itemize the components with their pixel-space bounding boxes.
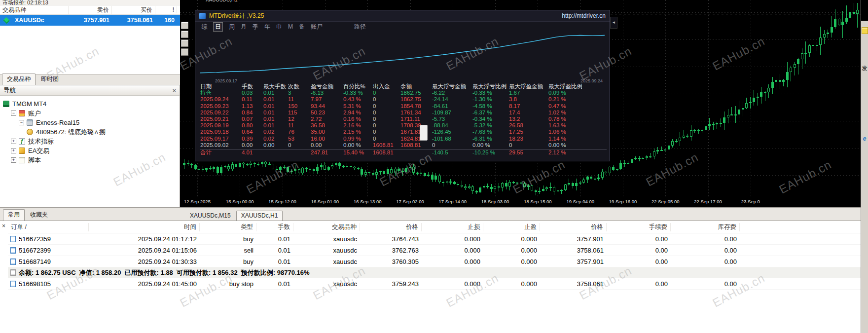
order-cell: buy stop xyxy=(200,280,256,288)
notepad-icon[interactable] xyxy=(862,27,868,34)
navigator-close-icon[interactable]: × xyxy=(172,87,176,94)
stats-menu-item[interactable]: 年 xyxy=(264,23,270,31)
order-cell: 0.00 xyxy=(671,247,740,254)
order-row[interactable]: 5166723992025.09.24 01:15:06sell0.01xauu… xyxy=(8,245,868,256)
terminal-column-header[interactable]: 类型 xyxy=(200,223,256,231)
candle-body xyxy=(350,166,352,167)
candle-body xyxy=(416,173,419,174)
terminal-column-header[interactable]: 库存费 xyxy=(671,223,740,231)
stats-menu-item[interactable]: 周 xyxy=(229,23,235,31)
chart-toolbar-button[interactable] xyxy=(181,39,188,47)
terminal-column-header[interactable]: 订单 / xyxy=(8,223,89,231)
navigator-tab[interactable]: 收藏夹 xyxy=(25,209,53,221)
scrollbar-thumb[interactable] xyxy=(420,125,428,141)
candle-body xyxy=(301,168,304,173)
navigator-item[interactable]: TMGM MT4 xyxy=(0,99,180,109)
chart-toolbar-button[interactable] xyxy=(181,48,188,56)
balance-row[interactable]: 余额: 1 862.75 USC 净值: 1 858.20 已用预付款: 1.8… xyxy=(8,267,868,278)
time-axis[interactable]: 12 Sep 202515 Sep 00:0015 Sep 12:0016 Se… xyxy=(180,199,861,207)
chart-toolbar-button[interactable] xyxy=(181,22,188,29)
candle-body xyxy=(619,163,622,169)
navigator-item[interactable]: −账户 xyxy=(0,109,180,118)
stats-menu-item[interactable]: 账尸 xyxy=(311,23,323,31)
stats-menu-item[interactable]: 巾 xyxy=(276,23,282,31)
navigator-item[interactable]: 48095672: 缇底烙璐∧搠 xyxy=(0,127,180,137)
chart-tab[interactable]: XAUUSDc,H1 xyxy=(236,211,283,221)
stats-panel-url[interactable]: http://mtdriver.cn xyxy=(562,12,606,19)
candle-body xyxy=(553,187,555,191)
candle-body xyxy=(671,141,674,146)
navigator-item-label: EA交易 xyxy=(28,147,49,155)
candle-body xyxy=(409,167,411,168)
terminal-column-header[interactable]: 止盈 xyxy=(483,223,540,231)
candle-body xyxy=(505,183,507,186)
terminal-column-header[interactable]: 止损 xyxy=(422,223,483,231)
candle-body xyxy=(438,176,441,182)
stats-menu-item[interactable]: M xyxy=(288,23,293,30)
order-row[interactable]: 5166723592025.09.24 01:17:12buy0.01xauus… xyxy=(8,233,868,245)
candle-body xyxy=(464,186,467,188)
stats-menu-item[interactable]: 月 xyxy=(241,23,247,31)
market-watch-tab[interactable]: 交易品种 xyxy=(2,74,36,85)
candle-body xyxy=(431,175,434,180)
candle-body xyxy=(483,186,485,187)
desktop-label-e[interactable]: e xyxy=(861,135,868,142)
chart-tab[interactable]: XAUUSDc,M15 xyxy=(185,211,236,221)
candle-body xyxy=(434,176,437,180)
expand-plus-icon[interactable]: + xyxy=(11,157,16,163)
terminal-column-header[interactable]: 时间 xyxy=(89,223,200,231)
navigator-item-label: 账户 xyxy=(28,109,41,118)
terminal-column-header[interactable]: 交易品种 xyxy=(293,223,360,231)
pending-order-row[interactable]: 5166981052025.09.24 01:45:00buy stop0.01… xyxy=(8,278,868,290)
order-cell: 0.00 xyxy=(671,235,740,243)
stats-cell: -101.68 xyxy=(432,136,472,142)
panel-collapse-arrow-icon[interactable]: ◄ xyxy=(610,17,617,29)
chart-toolbar-button[interactable] xyxy=(181,31,188,38)
candle-body xyxy=(542,189,544,191)
expand-plus-icon[interactable]: + xyxy=(11,139,16,144)
balance-summary-text: 余额: 1 862.75 USC 净值: 1 858.20 已用预付款: 1.8… xyxy=(19,268,310,277)
candle-body xyxy=(816,45,818,46)
navigator-item[interactable]: +技术指标 xyxy=(0,137,180,146)
terminal-column-header[interactable]: 价格 xyxy=(360,223,422,231)
market-watch-tab[interactable]: 即时图 xyxy=(36,74,64,85)
terminal-column-header[interactable]: 手数 xyxy=(256,223,293,231)
order-cell: 516687149 xyxy=(8,258,89,265)
stats-cell: 合计 xyxy=(200,149,242,156)
expand-plus-icon[interactable]: + xyxy=(11,148,16,153)
stats-row: 合计4.01247.8115.40 %1608.81-140.5-10.25 %… xyxy=(200,149,607,156)
chart-area[interactable]: XAUUSDC,H1 12 Sep 202515 Sep 00:0015 Sep… xyxy=(180,0,861,207)
stats-cell: 0.84 xyxy=(242,110,263,116)
order-doc-icon xyxy=(10,259,16,265)
stats-menu-item[interactable]: 日 xyxy=(213,22,223,32)
order-cell: 0.000 xyxy=(483,235,540,243)
collapse-minus-icon[interactable]: − xyxy=(11,111,16,116)
candle-body xyxy=(272,164,274,169)
stats-menu-path[interactable]: 路径 xyxy=(354,23,366,31)
stats-menu-item[interactable]: 备 xyxy=(299,23,305,31)
stats-menu-item[interactable]: 综 xyxy=(201,23,207,31)
collapse-minus-icon[interactable]: − xyxy=(19,120,24,125)
terminal-column-header[interactable]: 价格 xyxy=(540,223,607,231)
candle-body xyxy=(535,190,537,192)
stats-menu-item[interactable]: 季 xyxy=(253,23,258,31)
candle-body xyxy=(823,34,826,37)
navigator-item[interactable]: +脚本 xyxy=(0,155,180,165)
navigator-item-label: 脚本 xyxy=(28,156,41,165)
stats-column-header: 次数 xyxy=(288,83,311,90)
symbol-row[interactable]: XAUUSDc3757.9013758.061160 xyxy=(0,15,180,26)
navigator-item[interactable]: −Exness-Real15 xyxy=(0,118,180,127)
candle-body xyxy=(605,172,607,173)
candle-body xyxy=(227,166,230,169)
terminal-panel: × 订单 /时间类型手数交易品种价格止损止盈价格手续费库存费 516672359… xyxy=(0,221,868,333)
stats-cell: -88.84 xyxy=(432,122,472,129)
candle-body xyxy=(420,173,422,174)
terminal-column-header[interactable]: 手续费 xyxy=(607,223,671,231)
stats-cell: 0.01 xyxy=(263,116,288,122)
terminal-close-icon[interactable]: × xyxy=(2,223,5,229)
navigator-tab[interactable]: 常用 xyxy=(3,209,25,221)
candle-body xyxy=(775,80,777,82)
navigator-item[interactable]: +EA交易 xyxy=(0,146,180,155)
order-row[interactable]: 5166871492025.09.24 01:30:33buy0.01xauus… xyxy=(8,256,868,267)
time-axis-label: 19 Sep 16:00 xyxy=(609,199,637,204)
